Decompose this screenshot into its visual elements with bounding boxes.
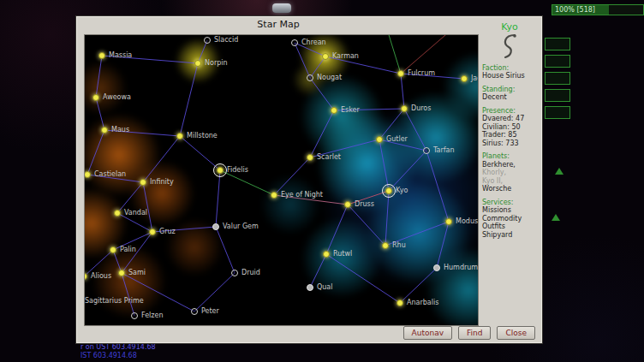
system-label-eye-of-night: Eye of Night xyxy=(281,191,323,199)
system-label-esker: Esker xyxy=(341,106,360,114)
hyperlane-fidelis-eye-of-night xyxy=(220,170,274,195)
hud-panel-box xyxy=(545,106,570,119)
system-vandal[interactable]: Vandal xyxy=(114,210,121,217)
system-rutwl[interactable]: Rutwl xyxy=(323,251,330,258)
system-label-duros: Duros xyxy=(411,104,431,112)
system-rhu[interactable]: Rhu xyxy=(382,242,389,249)
system-fulcrum[interactable]: Fulcrum xyxy=(397,70,404,77)
system-chrean[interactable]: Chrean xyxy=(291,39,298,46)
system-eye-of-night[interactable]: Eye of Night xyxy=(271,192,277,199)
standing-label: Standing: xyxy=(482,86,537,94)
hud-marker-icon xyxy=(552,214,560,221)
system-label-scarlet: Scarlet xyxy=(317,153,341,161)
hyperlane-duros-tarfan xyxy=(404,109,426,151)
system-maus[interactable]: Maus xyxy=(101,127,108,134)
system-label-alious: Alious xyxy=(91,272,111,280)
system-label-sami: Sami xyxy=(128,269,146,276)
system-valur-gem[interactable]: Valur Gem xyxy=(212,223,219,230)
system-karman[interactable]: Karman xyxy=(322,53,329,60)
dialog-title: Star Map xyxy=(76,19,480,30)
system-druid[interactable]: Druid xyxy=(231,270,238,276)
system-druss[interactable]: Druss xyxy=(344,201,351,208)
presence-item: Dvaered: 47 xyxy=(482,115,537,123)
system-label-felzen: Felzen xyxy=(141,312,164,319)
service-item: Commodity xyxy=(482,215,537,223)
hyperlane-aweowa-maus xyxy=(96,98,104,130)
system-jac[interactable]: Jac xyxy=(461,75,468,82)
system-label-rhu: Rhu xyxy=(392,241,406,249)
hyperlane-fulcrum--t2 xyxy=(401,35,451,74)
hyperlane-millstone-norpin xyxy=(180,63,198,136)
dialog-button-row: Autonav Find Close xyxy=(403,326,535,340)
system-esker[interactable]: Esker xyxy=(331,107,337,114)
system-anarbalis[interactable]: Anarbalis xyxy=(397,300,403,306)
system-label-tarfan: Tarfan xyxy=(433,146,455,154)
system-label-anarbalis: Anarbalis xyxy=(407,299,438,306)
faction-value: House Sirius xyxy=(482,72,537,80)
hud-clock: r on UST 603.4914.68 IST 603.4914.68 xyxy=(80,343,156,360)
system-felzen[interactable]: Felzen xyxy=(131,312,138,319)
background-ship-icon xyxy=(272,3,291,13)
planets-label: Planets: xyxy=(482,152,537,161)
system-millstone[interactable]: Millstone xyxy=(176,133,183,139)
close-button[interactable]: Close xyxy=(497,326,535,340)
system-scarlet[interactable]: Scarlet xyxy=(307,154,313,161)
system-label-millstone: Millstone xyxy=(187,132,218,139)
system-label-palin: Palin xyxy=(120,246,136,253)
hyperlane-sami-felzen xyxy=(122,273,134,316)
system-label-chrean: Chrean xyxy=(301,39,326,46)
system-sami[interactable]: Sami xyxy=(118,270,125,276)
system-label-kyo: Kyo xyxy=(396,187,408,194)
system-label-rutwl: Rutwl xyxy=(333,250,352,258)
planet-item: Worsche xyxy=(482,185,537,193)
system-gruz[interactable]: Gruz xyxy=(149,228,156,235)
system-label-fidelis: Fidelis xyxy=(227,166,248,174)
hyperlane-gutler-kyo xyxy=(379,139,389,191)
system-peter[interactable]: Peter xyxy=(191,308,198,315)
selected-system-name: Kyo xyxy=(482,23,537,32)
presence-item: Civilian: 50 xyxy=(482,123,537,132)
planet-item: Berkhere, xyxy=(482,161,537,169)
hyperlane-rutwl-anarbalis xyxy=(326,254,400,303)
system-label-fulcrum: Fulcrum xyxy=(408,69,435,77)
system-palin[interactable]: Palin xyxy=(110,246,116,253)
system-gutler[interactable]: Gutler xyxy=(376,136,383,143)
system-tarfan[interactable]: Tarfan xyxy=(423,147,430,154)
system-qual[interactable]: Qual xyxy=(307,284,313,291)
system-label-maus: Maus xyxy=(111,126,129,134)
find-button[interactable]: Find xyxy=(458,326,491,340)
system-label-modus-man: Modus Man xyxy=(456,217,479,225)
system-nougat[interactable]: Nougat xyxy=(307,74,313,81)
system-kyo[interactable]: Kyo xyxy=(385,187,392,194)
system-duros[interactable]: Duros xyxy=(401,105,408,112)
standing-value: Decent xyxy=(482,93,537,102)
hud-panel-box xyxy=(545,72,570,85)
hud-panel-box xyxy=(545,89,570,102)
autonav-button[interactable]: Autonav xyxy=(403,326,452,340)
system-massia[interactable]: Massia xyxy=(98,52,105,59)
star-map-canvas[interactable]: MassiaSlaccidNorpinChreanKarmanNougatFul… xyxy=(84,34,479,326)
system-fidelis[interactable]: Fidelis xyxy=(217,167,224,174)
hyperlane-eye-of-night-scarlet xyxy=(274,157,310,195)
system-norpin[interactable]: Norpin xyxy=(194,60,201,67)
hyperlane-valur-gem-druid xyxy=(216,227,235,273)
presence-item: Sirius: 733 xyxy=(482,139,537,148)
system-label-vandal: Vandal xyxy=(124,209,147,217)
system-info-panel: Kyo Faction: House Sirius Standing: Dece… xyxy=(482,23,537,323)
planet-item: Kyo II, xyxy=(482,177,537,186)
hud-panel-box xyxy=(545,38,570,50)
system-label-aweowa: Aweowa xyxy=(103,93,131,101)
system-label-druid: Druid xyxy=(242,269,260,276)
system-label-infinity: Infinity xyxy=(150,178,174,186)
hyperlane-sami-peter xyxy=(122,273,194,312)
system-castielan[interactable]: Castielan xyxy=(84,171,91,178)
system-infinity[interactable]: Infinity xyxy=(140,179,146,186)
system-label-jac: Jac xyxy=(471,74,479,82)
system-humdrum[interactable]: Humdrum xyxy=(433,264,440,271)
system-aweowa[interactable]: Aweowa xyxy=(92,94,99,101)
system-modus-man[interactable]: Modus Man xyxy=(445,218,452,225)
hyperlane-humdrum-anarbalis xyxy=(400,268,437,303)
system-label-valur-gem: Valur Gem xyxy=(223,223,259,230)
system-label-massia: Massia xyxy=(109,51,132,59)
system-slaccid[interactable]: Slaccid xyxy=(204,37,211,44)
